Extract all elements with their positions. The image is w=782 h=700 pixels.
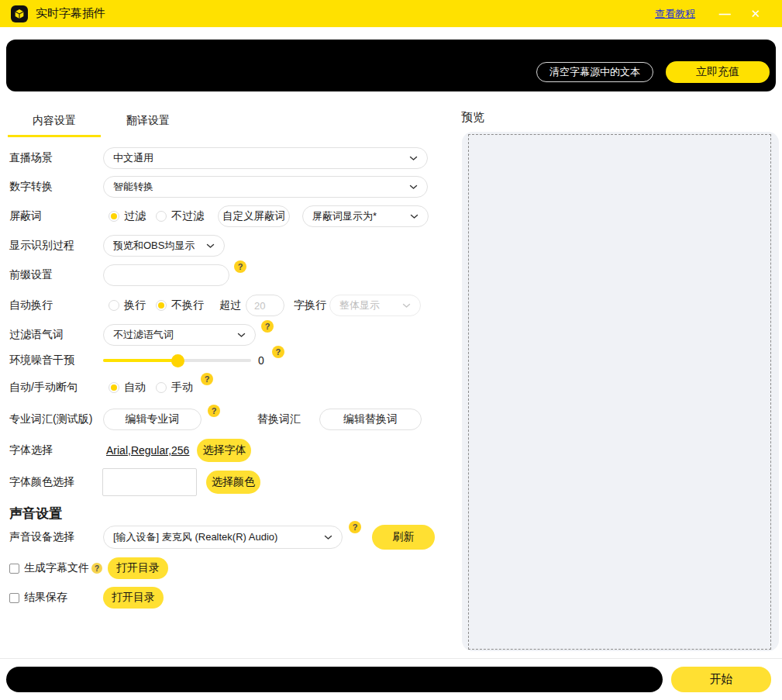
- subtitle-file-label[interactable]: 生成字幕文件: [24, 561, 89, 575]
- app-logo-icon: [11, 5, 28, 22]
- footer-divider: [0, 658, 782, 659]
- scene-dropdown-value: 中文通用: [113, 151, 153, 165]
- segmentation-label: 自动/手动断句: [9, 381, 103, 395]
- auto-wrap-label: 自动换行: [9, 298, 103, 312]
- scene-label: 直播场景: [9, 151, 103, 165]
- noise-value: 0: [258, 354, 264, 367]
- font-color-input[interactable]: [102, 468, 197, 496]
- wrap-option-label[interactable]: 换行: [124, 298, 146, 312]
- number-conversion-value: 智能转换: [113, 180, 153, 194]
- tab-content-settings[interactable]: 内容设置: [8, 114, 101, 128]
- recognition-display-dropdown[interactable]: 预览和OBS均显示: [103, 235, 225, 257]
- pro-vocab-help-icon[interactable]: ?: [208, 405, 220, 417]
- exceed-text: 超过: [219, 298, 241, 312]
- result-save-checkbox[interactable]: [9, 593, 19, 603]
- wrap-chars-input[interactable]: [246, 295, 284, 316]
- preview-panel: [462, 132, 779, 651]
- number-conversion-dropdown[interactable]: 智能转换: [103, 176, 428, 198]
- select-color-button[interactable]: 选择颜色: [206, 471, 260, 494]
- preview-title: 预览: [461, 110, 484, 125]
- pro-vocab-label: 专业词汇(测试版): [9, 412, 103, 426]
- recognition-display-label: 显示识别过程: [9, 239, 103, 253]
- select-font-button[interactable]: 选择字体: [197, 439, 251, 462]
- blocked-nofilter-option-label[interactable]: 不过滤: [171, 209, 204, 223]
- tutorial-link[interactable]: 查看教程: [655, 7, 695, 21]
- blocked-words-label: 屏蔽词: [9, 209, 103, 223]
- filler-filter-dropdown[interactable]: 不过滤语气词: [103, 324, 256, 346]
- filler-filter-value: 不过滤语气词: [113, 328, 174, 342]
- custom-blocked-words-button[interactable]: 自定义屏蔽词: [218, 205, 290, 227]
- nowrap-option-label[interactable]: 不换行: [171, 298, 204, 312]
- wrap-radio[interactable]: [109, 300, 119, 311]
- replace-vocab-label: 替换词汇: [257, 412, 301, 426]
- blocked-filter-radio[interactable]: [109, 211, 119, 222]
- tab-translation-settings[interactable]: 翻译设置: [126, 114, 170, 128]
- subtitle-file-help-icon[interactable]: ?: [91, 563, 102, 574]
- start-button[interactable]: 开始: [671, 667, 771, 692]
- prefix-label: 前缀设置: [9, 268, 103, 282]
- chevron-down-icon: [409, 156, 418, 161]
- open-subtitle-dir-button[interactable]: 打开目录: [108, 557, 168, 579]
- minimize-button[interactable]: —: [709, 7, 740, 20]
- promo-banner: 清空字幕源中的文本 立即充值: [6, 40, 776, 91]
- prefix-help-icon[interactable]: ?: [234, 260, 246, 273]
- open-result-dir-button[interactable]: 打开目录: [103, 587, 164, 609]
- number-conversion-label: 数字转换: [9, 180, 103, 194]
- edit-pro-vocab-button[interactable]: 编辑专业词: [103, 409, 202, 430]
- filler-filter-label: 过滤语气词: [9, 328, 103, 342]
- sound-device-label: 声音设备选择: [9, 530, 103, 544]
- clear-subtitle-text-button[interactable]: 清空字幕源中的文本: [536, 62, 653, 82]
- segmentation-manual-radio[interactable]: [156, 382, 167, 393]
- noise-slider[interactable]: [103, 350, 251, 371]
- sound-device-help-icon[interactable]: ?: [349, 521, 361, 533]
- prefix-input[interactable]: [103, 264, 229, 286]
- subtitle-status-bar: [6, 667, 663, 692]
- subtitle-file-checkbox[interactable]: [9, 564, 19, 574]
- app-title: 实时字幕插件: [36, 6, 105, 21]
- font-color-label: 字体颜色选择: [9, 475, 103, 489]
- noise-help-icon[interactable]: ?: [272, 346, 284, 358]
- segmentation-auto-label[interactable]: 自动: [124, 381, 146, 395]
- overflow-mode-value: 整体显示: [339, 298, 380, 312]
- sound-device-dropdown[interactable]: [输入设备] 麦克风 (Realtek(R) Audio): [103, 526, 343, 549]
- font-select-label: 字体选择: [9, 443, 103, 457]
- blocked-display-dropdown[interactable]: 屏蔽词显示为*: [302, 205, 429, 227]
- chevron-down-icon: [324, 535, 332, 540]
- chevron-down-icon: [402, 303, 411, 309]
- refresh-button[interactable]: 刷新: [372, 525, 435, 550]
- chevron-down-icon: [410, 214, 419, 219]
- segmentation-auto-radio[interactable]: [109, 382, 119, 393]
- overflow-mode-dropdown[interactable]: 整体显示: [329, 295, 421, 316]
- result-save-label[interactable]: 结果保存: [24, 591, 67, 605]
- wrap-suffix-text: 字换行: [294, 298, 326, 312]
- recognition-display-value: 预览和OBS均显示: [113, 239, 195, 253]
- chevron-down-icon: [409, 184, 418, 190]
- slider-fill: [103, 359, 178, 362]
- nowrap-radio[interactable]: [156, 300, 167, 311]
- sound-device-value: [输入设备] 麦克风 (Realtek(R) Audio): [113, 530, 277, 544]
- edit-replace-vocab-button[interactable]: 编辑替换词: [319, 409, 422, 430]
- chevron-down-icon: [237, 333, 246, 338]
- chevron-down-icon: [206, 243, 215, 249]
- blocked-display-value: 屏蔽词显示为*: [312, 209, 377, 223]
- app-titlebar: 实时字幕插件 查看教程 — ✕: [0, 0, 782, 27]
- noise-label: 环境噪音干预: [9, 353, 103, 367]
- recharge-button[interactable]: 立即充值: [666, 61, 770, 83]
- slider-thumb[interactable]: [171, 354, 184, 367]
- preview-dashed-area: [468, 134, 771, 650]
- blocked-filter-option-label[interactable]: 过滤: [124, 209, 146, 223]
- segmentation-help-icon[interactable]: ?: [201, 373, 213, 385]
- active-tab-underline: [8, 135, 101, 137]
- filler-help-icon[interactable]: ?: [261, 320, 274, 333]
- scene-dropdown[interactable]: 中文通用: [103, 147, 428, 169]
- sound-settings-heading: 声音设置: [9, 505, 62, 522]
- current-font-link[interactable]: Arial,Regular,256: [106, 444, 189, 457]
- segmentation-manual-label[interactable]: 手动: [171, 381, 193, 395]
- blocked-nofilter-radio[interactable]: [156, 211, 167, 222]
- close-button[interactable]: ✕: [740, 7, 771, 21]
